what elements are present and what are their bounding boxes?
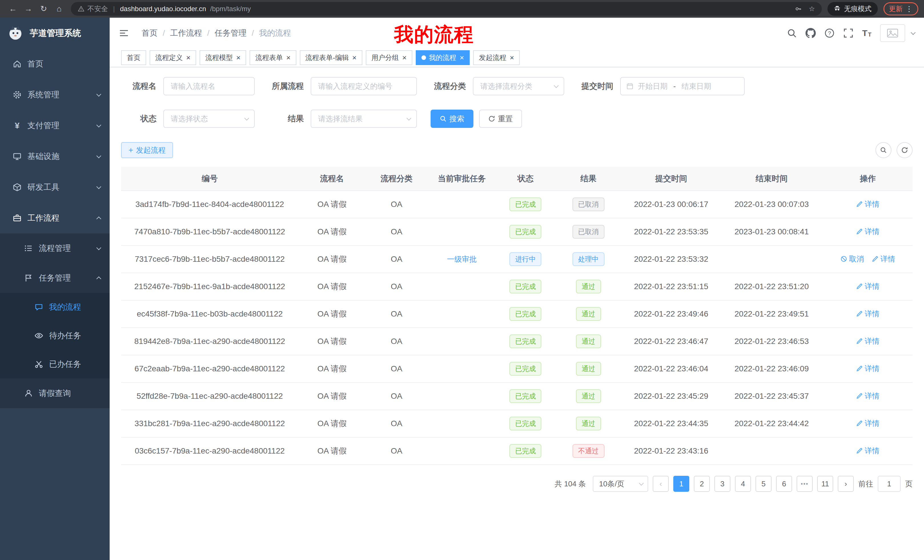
browser-back-button[interactable]: ← [6, 2, 20, 16]
search-button[interactable]: 搜索 [430, 109, 473, 128]
breadcrumb-home[interactable]: 首页 [142, 28, 158, 39]
tab-my-process[interactable]: 我的流程× [416, 50, 470, 65]
toggle-search-button[interactable] [876, 142, 891, 158]
close-icon[interactable]: × [510, 54, 514, 61]
process-name-input[interactable] [164, 77, 255, 95]
tab-process-definition[interactable]: 流程定义× [150, 50, 196, 65]
end-date-placeholder: 结束日期 [682, 81, 711, 91]
security-status[interactable]: 不安全 [78, 4, 108, 13]
submit-time-range-picker[interactable]: 开始日期 - 结束日期 [620, 77, 745, 95]
close-icon[interactable]: × [236, 54, 240, 61]
close-icon[interactable]: × [402, 54, 406, 61]
browser-home-button[interactable]: ⌂ [52, 2, 66, 16]
sidebar-item-my-process[interactable]: 我的流程 [0, 293, 110, 321]
help-icon[interactable]: ? [824, 28, 835, 38]
search-icon [440, 115, 447, 122]
page-button-2[interactable]: 2 [694, 476, 710, 492]
bookmark-star-icon[interactable]: ☆ [808, 5, 815, 13]
status-badge: 已完成 [509, 389, 542, 403]
collapse-sidebar-icon[interactable] [119, 28, 129, 38]
detail-link[interactable]: 详情 [856, 446, 879, 456]
more-pages-button[interactable]: ••• [796, 476, 813, 492]
status-label: 状态 [121, 113, 156, 124]
tab-process-form[interactable]: 流程表单× [249, 50, 296, 65]
page-button-1[interactable]: 1 [673, 476, 689, 492]
sidebar-item-todo-tasks[interactable]: 待办任务 [0, 321, 110, 350]
chevron-down-icon[interactable] [911, 30, 916, 35]
sidebar-item-infra[interactable]: 基础设施 [0, 141, 110, 172]
chevron-up-icon [96, 277, 101, 281]
page-button-6[interactable]: 6 [776, 476, 792, 492]
avatar[interactable] [880, 24, 905, 42]
cell-id: 2152467e-7b9b-11ec-9a1b-acde48001122 [121, 273, 298, 300]
next-page-button[interactable]: › [838, 476, 854, 492]
cell-submit-time: 2022-01-22 23:45:29 [622, 382, 720, 410]
status-select[interactable]: 请选择状态 [164, 109, 255, 128]
refresh-table-button[interactable] [897, 142, 913, 158]
result-select[interactable]: 请选择流结果 [310, 109, 417, 128]
edit-icon [856, 310, 863, 317]
tab-start-process[interactable]: 发起流程× [473, 50, 520, 65]
browser-forward-button[interactable]: → [21, 2, 35, 16]
kebab-menu-icon[interactable]: ⋮ [906, 4, 913, 13]
github-icon[interactable] [806, 28, 816, 38]
goto-page-input[interactable] [878, 476, 901, 492]
prev-page-button[interactable]: ‹ [653, 476, 669, 492]
sidebar-item-leave-query[interactable]: 请假查询 [0, 379, 110, 408]
category-select[interactable]: 请选择流程分类 [473, 77, 564, 95]
detail-link[interactable]: 详情 [856, 199, 879, 209]
search-icon[interactable] [787, 28, 797, 38]
cell-end-time: 2022-01-22 23:46:53 [720, 328, 823, 355]
breadcrumb-task-mgmt[interactable]: 任务管理 [215, 28, 247, 39]
key-icon[interactable] [795, 5, 802, 12]
close-icon[interactable]: × [286, 54, 290, 61]
breadcrumb: 首页 / 工作流程 / 任务管理 / 我的流程 [142, 28, 291, 39]
tab-home[interactable]: 首页 [121, 50, 146, 65]
page-button-5[interactable]: 5 [756, 476, 771, 492]
tab-process-form-edit[interactable]: 流程表单-编辑× [300, 50, 362, 65]
close-icon[interactable]: × [460, 54, 464, 61]
page-button-11[interactable]: 11 [817, 476, 833, 492]
font-size-icon[interactable]: TT [862, 29, 872, 37]
detail-link[interactable]: 详情 [856, 364, 879, 374]
detail-link[interactable]: 详情 [856, 281, 879, 291]
parent-process-input[interactable] [310, 77, 417, 95]
logo[interactable]: 芋道管理系统 [0, 18, 110, 48]
page-button-3[interactable]: 3 [714, 476, 730, 492]
edit-icon [856, 228, 863, 235]
detail-link[interactable]: 详情 [856, 227, 879, 237]
cancel-link[interactable]: 取消 [840, 254, 864, 264]
edit-icon [856, 447, 863, 454]
close-icon[interactable]: × [352, 54, 357, 61]
close-icon[interactable]: × [186, 54, 190, 61]
tab-user-group[interactable]: 用户分组× [366, 50, 412, 65]
cell-name: OA 请假 [298, 273, 366, 300]
fullscreen-icon[interactable] [843, 28, 854, 38]
status-badge: 已完成 [509, 444, 542, 458]
detail-link[interactable]: 详情 [872, 254, 895, 264]
sidebar-item-system[interactable]: 系统管理 [0, 79, 110, 110]
detail-link[interactable]: 详情 [856, 418, 879, 428]
address-bar[interactable]: 不安全 | dashboard.yudao.iocoder.cn/bpm/tas… [71, 2, 822, 16]
current-task-link[interactable]: 一级审批 [447, 254, 477, 264]
start-process-button[interactable]: + 发起流程 [121, 142, 173, 158]
sidebar-item-task-mgmt[interactable]: 任务管理 [0, 263, 110, 293]
sidebar-item-done-tasks[interactable]: 已办任务 [0, 350, 110, 379]
sidebar-item-process-mgmt[interactable]: 流程管理 [0, 234, 110, 263]
sidebar-item-dev-tools[interactable]: 研发工具 [0, 172, 110, 203]
detail-link[interactable]: 详情 [856, 336, 879, 346]
detail-link[interactable]: 详情 [856, 391, 879, 401]
sidebar-item-payment[interactable]: ¥ 支付管理 [0, 110, 110, 141]
sidebar-item-workflow[interactable]: 工作流程 [0, 203, 110, 234]
table-row: 3ad174fb-7b9d-11ec-8404-acde48001122 OA … [121, 191, 913, 218]
sidebar-item-home[interactable]: 首页 [0, 48, 110, 79]
browser-reload-button[interactable]: ↻ [36, 2, 51, 16]
page-button-4[interactable]: 4 [735, 476, 751, 492]
browser-update-menu[interactable]: 更新 ⋮ [884, 2, 918, 15]
cell-id: 819442e8-7b9a-11ec-a290-acde48001122 [121, 328, 298, 355]
detail-link[interactable]: 详情 [856, 309, 879, 319]
tab-process-model[interactable]: 流程模型× [200, 50, 246, 65]
page-size-select[interactable]: 10条/页 [593, 476, 648, 492]
reset-button[interactable]: 重置 [479, 109, 522, 128]
breadcrumb-workflow[interactable]: 工作流程 [170, 28, 202, 39]
